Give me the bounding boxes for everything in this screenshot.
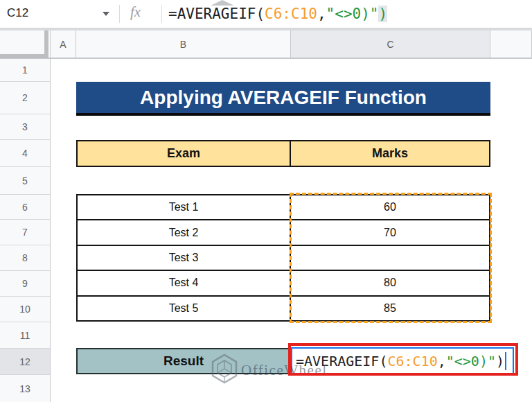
formula-bar: C12 fx =AVERAGEIF(C6:C10,"<>0)"): [0, 0, 532, 28]
result-label-cell[interactable]: Result: [76, 348, 291, 374]
formula-string-part: "<>0)": [446, 353, 496, 369]
name-box-dropdown-icon[interactable]: [103, 12, 109, 16]
formula-part: =AVERAGEIF(: [168, 6, 265, 22]
corner-divider-vertical: [44, 30, 48, 54]
corner-divider-horizontal: [0, 54, 48, 58]
text-cursor: [505, 352, 506, 370]
column-header-d[interactable]: [490, 30, 532, 58]
header-cell-exam[interactable]: Exam: [78, 141, 290, 166]
row-header-7[interactable]: 7: [0, 220, 50, 245]
cell-exam[interactable]: Test 1: [78, 195, 290, 219]
column-header-c[interactable]: C: [291, 30, 490, 58]
row-header-13[interactable]: 13: [0, 375, 50, 402]
header-cell-marks[interactable]: Marks: [291, 141, 489, 166]
formula-part: =AVERAGEIF(: [296, 353, 387, 369]
divider: [119, 5, 120, 23]
row-header-5[interactable]: 5: [0, 167, 50, 195]
row-header-4[interactable]: 4: [0, 140, 50, 167]
row-header-10[interactable]: 10: [0, 297, 50, 322]
cell-exam[interactable]: Test 3: [78, 246, 290, 270]
cell-marks[interactable]: 70: [291, 220, 489, 244]
cell-exam[interactable]: Test 5: [78, 297, 290, 320]
column-header-b[interactable]: B: [76, 30, 291, 58]
row-header-12[interactable]: 12: [0, 349, 50, 375]
row-header-11[interactable]: 11: [0, 322, 50, 349]
fx-icon: fx: [130, 3, 141, 21]
table-header-row: Exam Marks: [76, 140, 490, 167]
spreadsheet-app: C12 fx =AVERAGEIF(C6:C10,"<>0)") A B C 1…: [0, 0, 532, 402]
row-header-6[interactable]: 6: [0, 195, 50, 220]
formula-part: ,: [317, 6, 326, 22]
row-header-2[interactable]: 2: [0, 82, 50, 114]
cell-marks[interactable]: 60: [291, 195, 489, 219]
column-header-a[interactable]: A: [51, 30, 76, 58]
cell-exam[interactable]: Test 2: [78, 220, 290, 244]
formula-string-part: "<>0)": [326, 6, 379, 22]
column-header-strip: A B C: [0, 30, 532, 59]
cell-name-box[interactable]: C12: [7, 6, 28, 20]
collapsed-panel-caret-icon: [211, 0, 234, 6]
divider: [161, 5, 162, 23]
row-header-8[interactable]: 8: [0, 245, 50, 271]
title-banner-cell[interactable]: Applying AVERAGEIF Function: [76, 82, 490, 116]
formula-closing-paren: ): [378, 6, 387, 22]
cell-marks[interactable]: 85: [291, 297, 489, 320]
formula-range-part: C6:C10: [387, 353, 437, 369]
cell-exam[interactable]: Test 4: [78, 271, 290, 295]
formula-part: ,: [438, 353, 446, 369]
formula-input[interactable]: =AVERAGEIF(C6:C10,"<>0)"): [168, 6, 387, 22]
data-table: Test 1 60 Test 2 70 Test 3 Test 4 80 Tes…: [76, 194, 490, 322]
row-header-3[interactable]: 3: [0, 114, 50, 140]
cell-marks[interactable]: 80: [291, 271, 489, 295]
row-header-strip: 1 2 3 4 5 6 7 8 9 10 11 12 13: [0, 59, 51, 402]
cell-marks[interactable]: [291, 246, 489, 270]
row-header-1[interactable]: 1: [0, 59, 50, 82]
formula-range-part: C6:C10: [265, 6, 317, 22]
row-header-9[interactable]: 9: [0, 271, 50, 297]
formula-closing-paren: ): [496, 353, 504, 369]
active-cell-editor[interactable]: =AVERAGEIF(C6:C10,"<>0)"): [291, 347, 514, 375]
